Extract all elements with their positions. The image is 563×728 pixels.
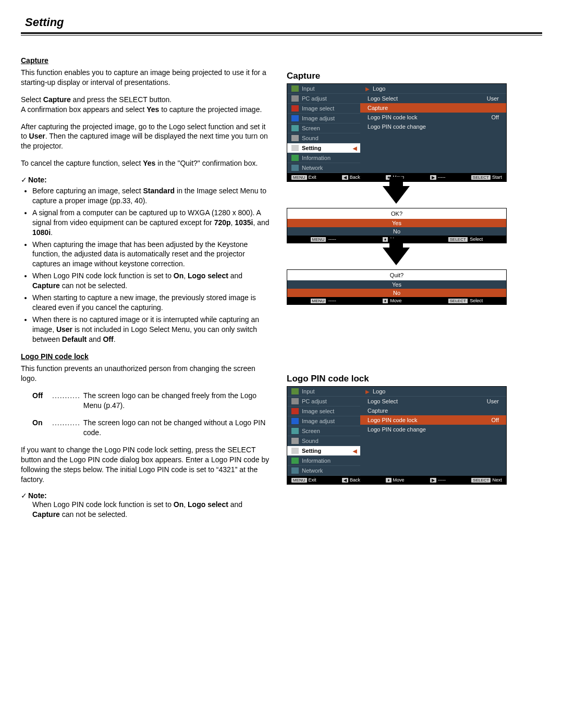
menu-icon [291, 388, 299, 394]
sidebar-item-pc-adjust[interactable]: PC adjust [287, 397, 360, 406]
status-item: ▶----- [430, 477, 446, 483]
status-item: ◀Back [342, 175, 360, 180]
sidebar-item-input[interactable]: Input [287, 84, 360, 94]
status-item: ♦Move [386, 477, 404, 483]
capture-p1: This function enables you to capture an … [21, 68, 271, 88]
sidebar-item-sound[interactable]: Sound [287, 133, 360, 143]
osd-capture: InputPC adjustImage selectImage adjustSc… [287, 83, 507, 182]
osd-pinlock: InputPC adjustImage selectImage adjustSc… [287, 386, 507, 485]
sidebar-item-pc-adjust[interactable]: PC adjust [287, 94, 360, 104]
menu-icon [291, 85, 299, 92]
capture-heading: Capture [21, 56, 271, 65]
sidebar-item-label: Sound [302, 438, 319, 444]
dialog-quit: Quit? YesNo MENU -----♦ MoveSELECT Selec… [287, 269, 507, 305]
panel-row[interactable]: Logo PIN code lockOff [360, 415, 506, 425]
sidebar-item-image-adjust[interactable]: Image adjust [287, 416, 360, 426]
menu-icon [291, 95, 299, 102]
pinlock-note-text: When Logo PIN code lock function is set … [32, 500, 271, 520]
page-title: Setting [25, 16, 542, 29]
pinlock-heading: Logo PIN code lock [21, 352, 271, 361]
status-item: SELECT Select [448, 298, 483, 303]
menu-icon [291, 125, 299, 131]
pinlock-p2: If you want to change the Logo PIN code … [21, 445, 271, 485]
panel-row[interactable]: Logo SelectUser [360, 397, 506, 406]
sidebar-item-label: Information [302, 155, 331, 161]
list-item: Before capturing an image, select Standa… [32, 186, 271, 206]
menu-icon [291, 428, 299, 434]
sidebar-item-image-select[interactable]: Image select [287, 406, 360, 416]
panel-row[interactable]: Logo PIN code lockOff [360, 113, 506, 122]
list-item: A signal from a computer can be captured… [32, 208, 271, 238]
panel-row[interactable]: Logo SelectUser [360, 94, 506, 103]
pinlock-p1: This function prevents an unauthorized p… [21, 364, 271, 384]
menu-icon [291, 165, 299, 171]
status-item: ♦ Move [383, 298, 402, 303]
capture-p2: Select Capture and press the SELECT butt… [21, 95, 271, 115]
status-item: MENUExit [291, 175, 316, 180]
menu-icon [291, 448, 299, 454]
status-item: MENU ----- [311, 298, 336, 303]
pinlock-def-off: Off ........... The screen logo can be c… [32, 391, 271, 411]
menu-icon [291, 438, 299, 444]
sidebar-item-label: Image adjust [302, 115, 335, 121]
sidebar-item-setting[interactable]: Setting [287, 446, 360, 456]
panel-head: ▶Logo [360, 84, 506, 94]
sidebar-item-network[interactable]: Network [287, 163, 360, 173]
arrow-down-icon [383, 186, 410, 204]
sidebar-item-label: Screen [302, 428, 320, 434]
panel-row[interactable]: Capture [360, 406, 506, 415]
dialog-option-yes[interactable]: Yes [287, 280, 506, 289]
dialog-title: OK? [287, 208, 506, 219]
status-item: SELECT Select [448, 237, 483, 242]
menu-icon [291, 458, 299, 464]
status-item: MENUExit [291, 477, 316, 483]
sidebar-item-information[interactable]: Information [287, 456, 360, 466]
sidebar-item-label: PC adjust [302, 95, 327, 102]
menu-icon [291, 467, 299, 474]
sidebar-item-input[interactable]: Input [287, 387, 360, 397]
osd-statusbar: MENUExit◀Back♦Move▶-----SELECTNext [287, 476, 506, 484]
sidebar-item-label: Setting [302, 448, 321, 454]
sidebar-item-label: Network [302, 467, 323, 474]
sidebar-item-network[interactable]: Network [287, 466, 360, 476]
menu-icon [291, 135, 299, 141]
sidebar-item-label: Screen [302, 125, 320, 131]
dialog-option-yes[interactable]: Yes [287, 219, 506, 227]
sidebar-item-setting[interactable]: Setting [287, 143, 360, 153]
capture-notes-list: Before capturing an image, select Standa… [21, 186, 271, 344]
right-column: Capture InputPC adjustImage selectImage … [287, 56, 506, 527]
panel-row[interactable]: Logo PIN code change [360, 425, 506, 434]
status-item: ◀Back [342, 477, 360, 483]
capture-p4: After capturing the projected image, go … [21, 122, 271, 152]
panel-row[interactable]: Logo PIN code change [360, 122, 506, 131]
pinlock-note-head: Note: [21, 491, 271, 500]
dialog-statusbar: MENU -----♦ MoveSELECT Select [287, 297, 506, 304]
status-item: ▶----- [430, 175, 446, 180]
sidebar-item-label: Input [302, 85, 314, 92]
list-item: When Logo PIN code lock function is set … [32, 271, 271, 291]
sidebar-item-sound[interactable]: Sound [287, 436, 360, 446]
sidebar-item-screen[interactable]: Screen [287, 124, 360, 133]
menu-icon [291, 418, 299, 424]
pinlock-osd-heading: Logo PIN code lock [287, 374, 506, 384]
osd-sidebar: InputPC adjustImage selectImage adjustSc… [287, 387, 360, 476]
sidebar-item-screen[interactable]: Screen [287, 426, 360, 436]
sidebar-item-label: Image select [302, 105, 334, 112]
left-column: Capture This function enables you to cap… [21, 56, 271, 527]
sidebar-item-image-adjust[interactable]: Image adjust [287, 114, 360, 124]
panel-row[interactable]: Capture [360, 103, 506, 113]
sidebar-item-information[interactable]: Information [287, 153, 360, 163]
menu-icon [291, 155, 299, 161]
dialog-option-no[interactable]: No [287, 227, 506, 236]
menu-icon [291, 398, 299, 404]
sidebar-item-label: Image select [302, 408, 334, 414]
list-item: When starting to capture a new image, th… [32, 293, 271, 313]
list-item: When capturing the image that has been a… [32, 240, 271, 269]
dialog-option-no[interactable]: No [287, 289, 506, 297]
arrow-down-icon [383, 248, 410, 265]
sidebar-item-image-select[interactable]: Image select [287, 104, 360, 114]
sidebar-item-label: Information [302, 458, 331, 464]
rule-thick [21, 32, 542, 34]
status-item: SELECTStart [471, 175, 502, 180]
pinlock-def-on: On ........... The screen logo can not b… [32, 418, 271, 438]
